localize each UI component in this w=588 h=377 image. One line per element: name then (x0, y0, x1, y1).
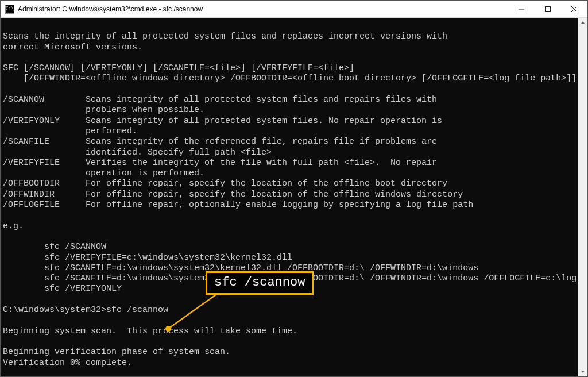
window-controls (508, 1, 587, 17)
cmd-window: C:\ Administrator: C:\windows\system32\c… (0, 0, 588, 377)
cmd-icon: C:\ (5, 5, 14, 14)
window-title: Administrator: C:\windows\system32\cmd.e… (18, 5, 508, 13)
scroll-down-icon[interactable] (578, 367, 587, 376)
scroll-up-icon[interactable] (578, 18, 587, 27)
terminal-area: Scans the integrity of all protected sys… (1, 18, 587, 376)
terminal[interactable]: Scans the integrity of all protected sys… (1, 18, 578, 376)
terminal-output: Scans the integrity of all protected sys… (3, 21, 576, 368)
svg-marker-4 (581, 21, 585, 24)
callout-text: sfc /scannow (214, 275, 305, 290)
svg-marker-5 (581, 371, 585, 373)
scrollbar-track[interactable] (578, 27, 587, 367)
minimize-button[interactable] (508, 1, 535, 17)
svg-rect-1 (546, 6, 551, 11)
close-button[interactable] (561, 1, 587, 17)
callout-box: sfc /scannow (206, 271, 314, 295)
maximize-button[interactable] (535, 1, 561, 17)
vertical-scrollbar[interactable] (578, 18, 587, 376)
titlebar[interactable]: C:\ Administrator: C:\windows\system32\c… (1, 1, 587, 18)
